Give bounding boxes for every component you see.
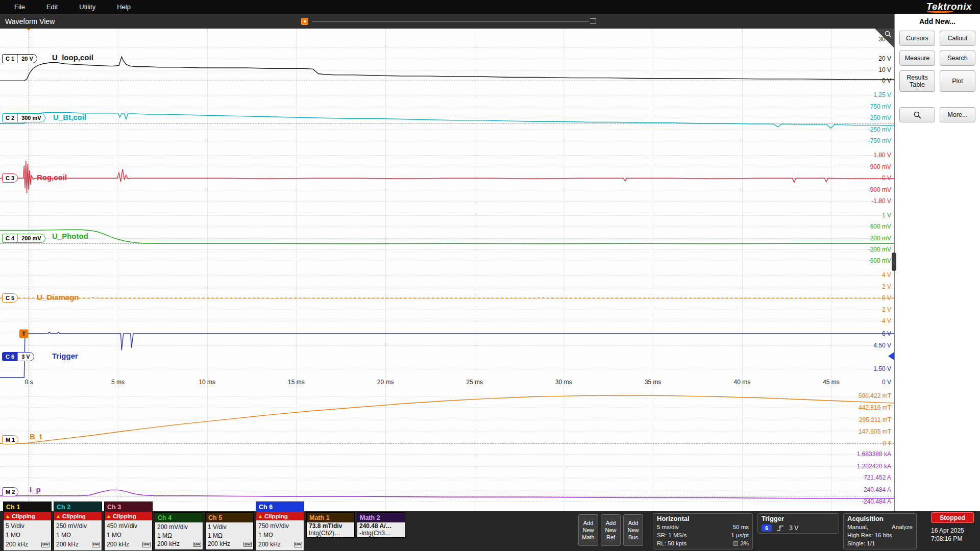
horizontal-position-icon — [733, 541, 738, 546]
ch1-waveform-label[interactable]: U_loop,coil — [52, 53, 93, 62]
add-new-bus-button[interactable]: Add New Bus — [623, 514, 643, 546]
panel-resize-handle[interactable]: ⋮ — [892, 253, 896, 271]
ch6-waveform-label[interactable]: Trigger — [52, 352, 78, 360]
results-table-button[interactable]: Results Table — [899, 70, 935, 92]
ch5-trace — [0, 267, 894, 328]
axis-label: -240.484 A — [862, 498, 891, 505]
time-tick: 5 ms — [111, 379, 125, 386]
waveform-view-title: Waveform View — [5, 17, 55, 26]
slice-math1: M 1 B_t 590.422 mT 442.816 mT 295.211 mT… — [0, 388, 894, 447]
horizontal-panel[interactable]: Horizontal 5 ms/div50 ms SR: 1 MS/s1 µs/… — [653, 513, 753, 549]
trigger-source-badge[interactable]: T — [19, 329, 28, 338]
math1-trace — [0, 388, 894, 447]
warning-icon: ▲ — [258, 513, 263, 519]
ch6-badge[interactable]: C 63 V — [2, 352, 34, 361]
time-tick: 15 ms — [288, 379, 305, 386]
add-new-sidebar: Add New... Cursors Callout Measure Searc… — [894, 14, 980, 511]
ch6-clipping-banner: ▲Clipping — [256, 512, 304, 520]
measure-button[interactable]: Measure — [899, 51, 935, 66]
zoom-mode-button[interactable] — [899, 107, 935, 122]
axis-label: 200 mV — [870, 235, 891, 242]
trigger-level-value: 3 V — [789, 524, 798, 532]
horizontal-zoom-overview[interactable] — [301, 18, 596, 25]
zoom-span-bracket[interactable] — [590, 18, 596, 24]
bandwidth-badge: Bw — [294, 542, 302, 547]
callout-button[interactable]: Callout — [940, 31, 975, 46]
math2-badge[interactable]: M 2 — [2, 487, 18, 496]
slice-ch1: C 120 V U_loop,coil 30 V 20 V 10 V 0 V — [0, 29, 894, 87]
slice-ch2: C 2300 mV U_Bt,coil 1.25 V 750 mV 250 mV… — [0, 87, 894, 147]
stopped-button[interactable]: Stopped — [931, 512, 974, 523]
slice-ch4: C 4200 mV U_Photod 1 V 600 mV 200 mV -20… — [0, 208, 894, 267]
more-button[interactable]: More... — [940, 107, 975, 122]
ch4-badge[interactable]: C 4200 mV — [2, 234, 45, 243]
axis-label: -200 mV — [868, 246, 891, 253]
math1-waveform-label[interactable]: B_t — [30, 432, 42, 441]
trigger-panel[interactable]: Trigger 6 3 V — [757, 513, 839, 534]
ch2-waveform-label[interactable]: U_Bt,coil — [53, 112, 86, 121]
math2-waveform-label[interactable]: I_p — [30, 485, 41, 494]
ch5-badge[interactable]: C 5 — [2, 293, 18, 303]
ch5-settings-card[interactable]: Ch 5 1 V/div 1 MΩ 200 kHzBw — [205, 512, 254, 550]
time-tick: 40 ms — [733, 379, 750, 386]
trigger-level-arrow[interactable] — [884, 352, 894, 360]
warning-icon: ▲ — [5, 513, 10, 519]
axis-label: 1.25 V — [873, 91, 891, 98]
waveform-plot: C 120 V U_loop,coil 30 V 20 V 10 V 0 V C… — [0, 29, 894, 511]
menu-file[interactable]: File — [7, 1, 32, 13]
menu-bar: File Edit Utility Help Tektronix — [0, 0, 980, 14]
time-tick: 20 ms — [377, 379, 394, 386]
ch6-settings-card[interactable]: Ch 6 ▲Clipping 750 mV/div 1 MΩ 200 kHzBw — [256, 502, 304, 551]
axis-label: 295.211 mT — [859, 416, 891, 423]
search-button[interactable]: Search — [940, 51, 975, 66]
axis-label: 1 V — [882, 212, 891, 219]
axis-label: 240.484 A — [864, 486, 891, 493]
time-tick: 0 s — [24, 379, 33, 386]
ch1-trace — [0, 29, 894, 87]
menu-help[interactable]: Help — [110, 1, 138, 13]
ch1-badge[interactable]: C 120 V — [2, 54, 37, 63]
ch6-trace — [0, 328, 894, 378]
bandwidth-badge: Bw — [92, 542, 100, 547]
warning-icon: ▲ — [56, 513, 61, 519]
axis-label: -600 mV — [868, 257, 891, 264]
ch5-waveform-label[interactable]: U_Diamagn — [37, 292, 79, 301]
axis-label: 1.50 V — [873, 365, 891, 372]
time-tick: 10 ms — [199, 379, 215, 386]
acquisition-panel[interactable]: Acquisition Manual,Analyze High Res: 16 … — [843, 513, 917, 549]
ch3-waveform-label[interactable]: Rog,coil — [37, 172, 67, 181]
math1-badge[interactable]: M 1 — [2, 435, 18, 444]
add-new-math-button[interactable]: Add New Math — [578, 514, 598, 546]
zoom-span-line — [312, 21, 589, 21]
plot-button[interactable]: Plot — [940, 70, 975, 92]
ch3-badge[interactable]: C 3 — [2, 173, 18, 183]
axis-label: 900 mV — [870, 163, 891, 170]
time-axis: 0 s 5 ms 10 ms 15 ms 20 ms 25 ms 30 ms 3… — [0, 378, 894, 388]
axis-label: 147.605 mT — [859, 428, 891, 435]
bandwidth-badge: Bw — [193, 542, 201, 547]
axis-label: 20 V — [878, 55, 891, 62]
axis-label: 250 mV — [870, 114, 891, 121]
zoom-position-icon[interactable] — [301, 18, 308, 25]
bandwidth-badge: Bw — [142, 542, 151, 547]
waveform-view-titlebar: Waveform View — [0, 14, 894, 29]
ch3-settings-card[interactable]: Ch 3 ▲Clipping 450 mV/div 1 MΩ 200 kHzBw — [104, 502, 153, 551]
axis-label: 6 V — [882, 330, 891, 337]
axis-label: -250 mV — [868, 126, 891, 133]
time-tick: 30 ms — [555, 379, 572, 386]
slice-ch6: T C 63 V Trigger 6 V 4.50 V 1.50 V — [0, 328, 894, 378]
menu-utility[interactable]: Utility — [72, 1, 103, 13]
ch2-settings-card[interactable]: Ch 2 ▲Clipping 250 mV/div 1 MΩ 200 kHzBw — [54, 502, 102, 551]
math1-settings-card[interactable]: Math 1 73.8 mT/div Intg(Ch2)… — [306, 512, 355, 538]
ch1-settings-card[interactable]: Ch 1 ▲Clipping 5 V/div 1 MΩ 200 kHzBw — [3, 502, 52, 551]
axis-label: 0 V — [882, 294, 891, 302]
ch4-settings-card[interactable]: Ch 4 200 mV/div 1 MΩ 200 kHzBw — [155, 512, 203, 550]
ch4-waveform-label[interactable]: U_Photod — [52, 231, 88, 240]
add-new-title: Add New... — [895, 17, 980, 26]
math2-settings-card[interactable]: Math 2 240.48 A/… -Intg(Ch3… — [357, 512, 405, 538]
bandwidth-badge: Bw — [41, 542, 50, 547]
cursors-button[interactable]: Cursors — [899, 31, 935, 46]
ch2-badge[interactable]: C 2300 mV — [2, 113, 45, 122]
menu-edit[interactable]: Edit — [39, 1, 65, 13]
add-new-ref-button[interactable]: Add New Ref — [601, 514, 621, 546]
